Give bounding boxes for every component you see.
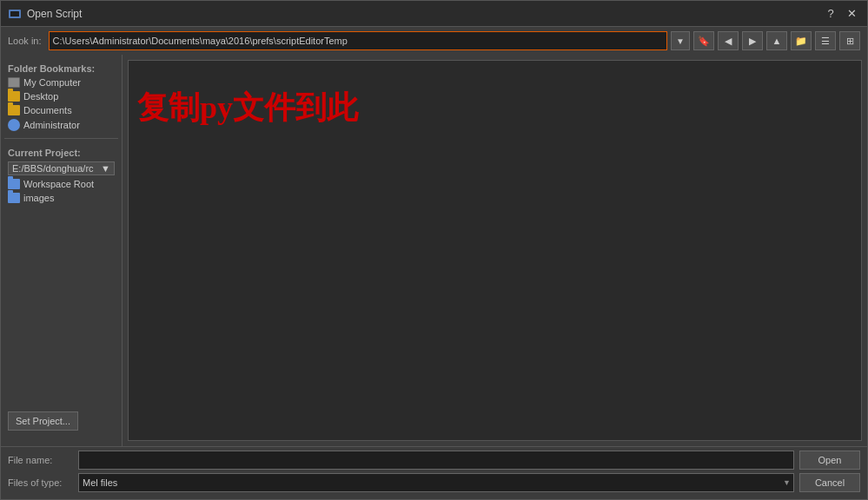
help-button[interactable]: ? — [822, 5, 839, 23]
admin-icon — [8, 119, 20, 131]
filename-input[interactable] — [78, 451, 794, 470]
nav-prev-btn[interactable]: ◀ — [718, 31, 739, 50]
look-in-label: Look in: — [8, 36, 42, 46]
sidebar-bottom: Set Project... — [1, 411, 122, 441]
filename-label: File name: — [8, 455, 73, 465]
folder-icon-workspace — [8, 179, 20, 189]
sidebar-item-images[interactable]: images — [1, 191, 122, 205]
sidebar-item-mycomputer[interactable]: My Computer — [1, 76, 122, 89]
folder-icon-documents — [8, 105, 20, 115]
close-button[interactable]: ✕ — [843, 5, 860, 23]
list-view-btn[interactable]: ☰ — [815, 31, 836, 50]
dropdown-arrow: ▼ — [101, 163, 110, 174]
sidebar-item-desktop-label: Desktop — [23, 91, 58, 102]
current-project-dropdown[interactable]: E:/BBS/donghua/rc ▼ — [8, 161, 115, 175]
current-project-label: Current Project: — [1, 144, 122, 160]
look-in-dropdown[interactable]: ▼ — [671, 31, 690, 50]
folder-icon-images — [8, 193, 20, 203]
window-icon — [8, 7, 22, 21]
title-bar: Open Script ? ✕ — [1, 1, 867, 27]
window: Open Script ? ✕ Look in: ▼ 🔖 ◀ ▶ ▲ 📁 ☰ ⊞… — [0, 0, 868, 500]
window-title: Open Script — [27, 8, 822, 20]
sidebar-item-images-label: images — [23, 193, 54, 203]
sidebar-item-documents-label: Documents — [23, 105, 72, 115]
sidebar-item-administrator-label: Administrator — [23, 120, 80, 130]
sidebar-item-mycomputer-label: My Computer — [23, 77, 81, 88]
sidebar-item-workspace-label: Workspace Root — [23, 179, 94, 189]
filetype-row: Files of type: Mel files Python files Al… — [8, 473, 860, 492]
new-folder-btn[interactable]: 📁 — [791, 31, 812, 50]
sidebar-top: Folder Bookmarks: My Computer Desktop Do… — [1, 60, 122, 411]
sidebar-item-documents[interactable]: Documents — [1, 103, 122, 117]
filetype-select[interactable]: Mel files Python files All files — [78, 473, 794, 492]
bookmark-btn[interactable]: 🔖 — [693, 31, 714, 50]
cancel-button[interactable]: Cancel — [799, 473, 860, 492]
open-button[interactable]: Open — [799, 451, 860, 470]
main-area: Folder Bookmarks: My Computer Desktop Do… — [1, 55, 867, 446]
sidebar-item-desktop[interactable]: Desktop — [1, 89, 122, 103]
filetype-wrapper: Mel files Python files All files — [78, 473, 794, 492]
file-browser: 复制py文件到此 — [128, 60, 862, 441]
title-bar-buttons: ? ✕ — [822, 5, 860, 23]
filename-row: File name: Open — [8, 451, 860, 470]
set-project-button[interactable]: Set Project... — [8, 411, 78, 431]
nav-up-btn[interactable]: ▲ — [766, 31, 787, 50]
detail-view-btn[interactable]: ⊞ — [839, 31, 860, 50]
filetype-label: Files of type: — [8, 477, 73, 488]
folder-icon-desktop — [8, 91, 20, 102]
bottom-bar: File name: Open Files of type: Mel files… — [1, 446, 867, 499]
look-in-bar: Look in: ▼ 🔖 ◀ ▶ ▲ 📁 ☰ ⊞ — [1, 27, 867, 55]
computer-icon — [8, 77, 20, 88]
nav-next-btn[interactable]: ▶ — [742, 31, 763, 50]
sidebar-divider — [4, 138, 118, 139]
current-project-value: E:/BBS/donghua/rc — [12, 163, 99, 174]
look-in-input[interactable] — [49, 31, 667, 50]
sidebar-item-workspace[interactable]: Workspace Root — [1, 177, 122, 191]
sidebar-item-administrator[interactable]: Administrator — [1, 117, 122, 133]
instruction-text: 复制py文件到此 — [137, 87, 358, 129]
svg-rect-1 — [10, 11, 19, 16]
bookmarks-label: Folder Bookmarks: — [1, 60, 122, 76]
sidebar: Folder Bookmarks: My Computer Desktop Do… — [1, 55, 123, 446]
